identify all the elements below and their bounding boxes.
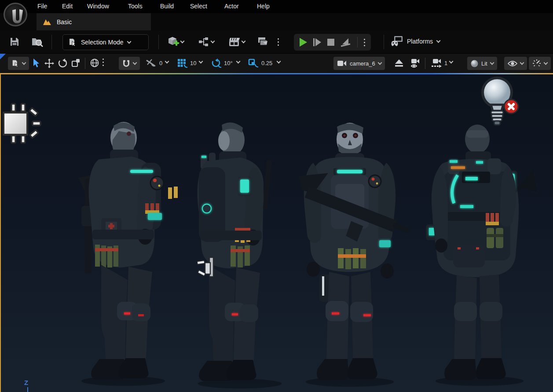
chevron-down-icon[interactable] [236,59,241,64]
camera-speed-control[interactable] [431,59,443,68]
save-button[interactable] [8,35,21,48]
launch-button[interactable] [341,37,351,47]
cinematics-button[interactable] [226,35,247,48]
dial-gauge-icon [532,59,541,68]
platforms-icon [391,36,403,47]
view-mode-dropdown[interactable]: Lit [467,57,497,70]
unreal-logo[interactable] [4,3,27,26]
add-actor-button[interactable] [166,35,185,48]
menu-file[interactable]: File [37,3,48,10]
grid-snap-toggle[interactable] [177,59,188,68]
play-controls [294,34,371,51]
toolbar-separator-1 [51,35,52,49]
chevron-down-icon [242,39,246,43]
shell-row [486,213,499,225]
grid-snap-icon [177,59,188,68]
blueprints-button[interactable] [196,35,216,48]
eject-camera-button[interactable] [394,59,404,67]
rotation-snap-icon [211,59,222,68]
sequencer-button[interactable] [256,35,269,48]
surface-snap-value[interactable]: 0 [159,60,162,66]
eject-icon [394,59,404,67]
screen-percentage-dropdown[interactable] [529,57,551,70]
globe-icon [90,59,99,67]
scale-tool[interactable] [71,59,80,67]
show-flags-dropdown[interactable] [504,57,527,70]
menu-tools[interactable]: Tools [128,3,143,10]
grenade-canisters [231,245,250,267]
pilot-camera-icon [410,59,421,69]
scale-snap-value[interactable]: 0.25 [261,60,272,66]
surface-snap-toggle[interactable] [146,59,156,68]
eye-icon [508,60,517,67]
selection-mode-icon [68,38,77,47]
z-axis-label: Z [24,379,28,386]
frame-skip-button[interactable] [313,38,321,46]
menu-help[interactable]: Help [257,3,270,10]
snapping-dropdown[interactable] [119,57,140,70]
vtoolbar-separator-1 [85,58,85,69]
toolbar-separator-2 [158,35,159,49]
toolbar-overflow-menu[interactable] [275,35,282,48]
soldier-back[interactable] [426,125,537,380]
shotgun-shells [168,187,178,199]
surface-snap-icon [146,59,156,68]
viewport-select-icon [11,59,19,67]
point-light-bulb-sprite[interactable] [480,74,522,126]
rotation-snap-value[interactable]: 10° [224,60,233,66]
viewport-mode-dropdown[interactable] [8,57,29,70]
directional-light-sprite[interactable] [1,103,41,144]
grid-snap-value[interactable]: 10 [190,60,196,66]
scale-snap-toggle[interactable] [248,59,259,68]
chevron-down-icon [544,60,548,65]
platforms-dropdown[interactable]: Platforms [391,36,440,47]
soldier-front[interactable] [296,123,413,380]
play-options-menu[interactable] [364,39,365,46]
viewport-corner-marker [0,54,6,59]
chevron-down-icon [133,60,137,65]
sequencer-icon [257,37,268,47]
unreal-editor-window: File Edit Window Tools Build Select Acto… [0,0,553,392]
camera-dropdown[interactable]: camera_6 [333,57,385,70]
menu-select[interactable]: Select [190,3,207,10]
rotation-snap-toggle[interactable] [211,59,222,68]
level-viewport[interactable]: Z [0,73,553,392]
content-browser-button[interactable] [31,35,44,48]
move-icon [44,59,54,68]
tab-basic[interactable]: Basic [37,13,151,30]
selection-mode-label: Selection Mode [81,39,124,46]
chevron-down-icon [520,60,524,65]
move-tool[interactable] [44,59,54,68]
camera-icon [337,60,347,67]
chevron-down-icon[interactable] [199,59,203,64]
tab-bar: Basic [0,13,553,30]
save-icon [10,37,19,47]
select-tool[interactable] [32,59,40,68]
play-button[interactable] [300,38,307,47]
world-local-toggle[interactable] [90,59,99,67]
camera-speed-value[interactable]: 1 [444,60,447,66]
chevron-down-icon [211,39,215,43]
menu-build[interactable]: Build [160,3,174,10]
menu-actor[interactable]: Actor [224,3,239,10]
transform-options-menu[interactable] [103,59,104,66]
magnet-icon [122,59,130,67]
chevron-down-icon [180,39,184,43]
z-axis-line [27,387,28,392]
stop-button[interactable] [327,39,334,46]
menu-edit[interactable]: Edit [62,3,73,10]
chevron-down-icon [436,38,441,43]
soldier-side-back[interactable] [198,122,272,381]
soldier-side-profile[interactable] [78,122,178,379]
pilot-camera-button[interactable] [410,59,421,69]
chevron-down-icon[interactable] [449,59,454,64]
chevron-down-icon [490,60,494,65]
selection-mode-dropdown[interactable]: Selection Mode [62,34,149,50]
content-browser-icon [32,37,43,47]
platforms-label: Platforms [407,38,433,45]
rotate-tool[interactable] [58,59,67,68]
lit-sphere-icon [471,60,478,67]
chevron-down-icon[interactable] [277,59,281,64]
menu-window[interactable]: Window [87,3,109,10]
chevron-down-icon[interactable] [165,59,169,64]
